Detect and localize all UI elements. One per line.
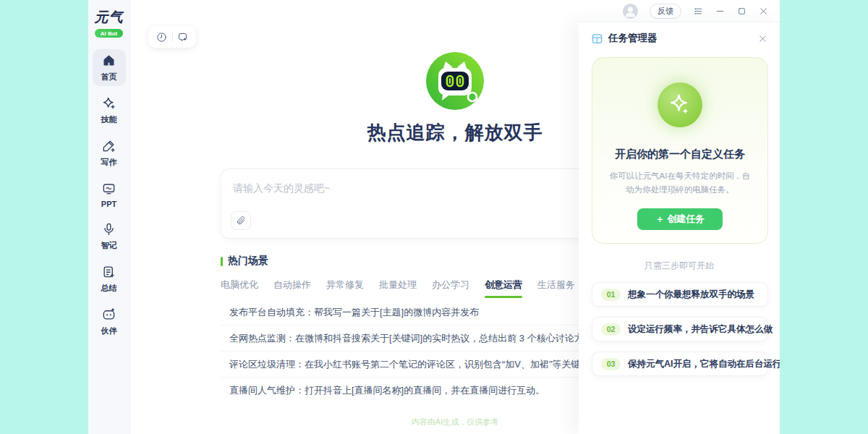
history-icon[interactable] xyxy=(152,29,172,45)
task-manager-icon xyxy=(592,33,603,44)
quick-actions-pill xyxy=(148,26,196,48)
task-card-description: 你可以让元气AI在每天特定的时间，自动为你处理琐碎的电脑任务。 xyxy=(592,169,767,197)
sidebar-item-buddy[interactable]: 伙伴 xyxy=(93,303,126,340)
step-item-1[interactable]: 01 想象一个你最想释放双手的场景 xyxy=(592,282,768,307)
tab-error-fix[interactable]: 异常修复 xyxy=(326,278,364,298)
sidebar-nav: 首页 技能 写作 PPT 智记 总结 xyxy=(93,49,126,340)
step-text: 保持元气AI开启，它将自动在后台运行 xyxy=(628,358,780,370)
sidebar-item-home[interactable]: 首页 xyxy=(93,49,126,86)
sidebar-item-summary[interactable]: 总结 xyxy=(93,260,126,297)
create-task-button[interactable]: ＋ 创建任务 xyxy=(637,208,723,230)
writing-icon xyxy=(102,139,116,156)
tab-auto-ops[interactable]: 自动操作 xyxy=(273,278,311,298)
task-card-title: 开启你的第一个自定义任务 xyxy=(615,148,745,161)
buddy-icon xyxy=(102,307,116,324)
avatar[interactable] xyxy=(623,4,638,19)
tab-batch[interactable]: 批量处理 xyxy=(379,278,417,298)
sidebar-item-label: 写作 xyxy=(101,157,117,168)
mascot-logo xyxy=(425,51,485,111)
task-manager-panel: 任务管理器 开启你的第一个自定义任务 你可以让元气AI在每天特定的时间，自动为你… xyxy=(579,22,780,434)
logo-badge: AI Bot xyxy=(95,29,124,38)
panel-close-icon[interactable] xyxy=(757,33,768,44)
sidebar-item-label: 伙伴 xyxy=(101,326,117,336)
section-accent-bar xyxy=(221,257,223,266)
menu-icon[interactable] xyxy=(693,6,703,16)
step-text: 设定运行频率，并告诉它具体怎么做 xyxy=(628,323,773,336)
home-icon xyxy=(102,54,116,70)
ppt-icon xyxy=(102,182,116,198)
summary-icon xyxy=(102,265,116,281)
feedback-button[interactable]: 反馈 xyxy=(650,4,681,19)
sidebar-item-notes[interactable]: 智记 xyxy=(93,218,126,255)
titlebar: 反馈 xyxy=(130,0,780,22)
tab-office-study[interactable]: 办公学习 xyxy=(432,278,469,298)
attach-icon xyxy=(236,216,246,226)
sidebar-item-label: 智记 xyxy=(101,240,117,251)
new-chat-icon[interactable] xyxy=(173,29,193,45)
skills-icon xyxy=(102,96,116,113)
step-number: 03 xyxy=(601,358,621,370)
sparkle-icon xyxy=(667,92,693,118)
sparkle-badge xyxy=(658,82,702,127)
sidebar-item-label: 首页 xyxy=(101,72,117,82)
tab-creative-ops[interactable]: 创意运营 xyxy=(485,278,522,298)
tab-pc-optimize[interactable]: 电脑优化 xyxy=(221,278,258,298)
task-panel-header: 任务管理器 xyxy=(579,22,780,54)
mic-icon xyxy=(102,222,116,239)
sidebar-item-ppt[interactable]: PPT xyxy=(93,177,126,212)
minimize-icon[interactable] xyxy=(715,6,725,16)
first-task-card: 开启你的第一个自定义任务 你可以让元气AI在每天特定的时间，自动为你处理琐碎的电… xyxy=(592,57,768,244)
step-item-3[interactable]: 03 保持元气AI开启，它将自动在后台运行 xyxy=(592,352,768,376)
sidebar-item-writing[interactable]: 写作 xyxy=(93,135,126,171)
sidebar-item-skills[interactable]: 技能 xyxy=(93,92,126,129)
steps-list: 01 想象一个你最想释放双手的场景 02 设定运行频率，并告诉它具体怎么做 03… xyxy=(592,282,768,376)
step-item-2[interactable]: 02 设定运行频率，并告诉它具体怎么做 xyxy=(592,317,768,341)
step-number: 02 xyxy=(601,323,621,336)
logo-text: 元气 xyxy=(95,8,124,27)
sidebar-item-label: 总结 xyxy=(101,283,117,294)
step-number: 01 xyxy=(601,289,621,301)
section-title: 热门场景 xyxy=(228,255,268,268)
task-panel-title: 任务管理器 xyxy=(608,32,757,45)
maximize-icon[interactable] xyxy=(736,6,746,16)
tab-life-service[interactable]: 生活服务 xyxy=(537,278,575,298)
steps-hint: 只需三步即可开始 xyxy=(579,260,780,272)
sidebar: 元气 AI Bot 首页 技能 写作 PPT 智记 xyxy=(88,0,130,434)
attach-button[interactable] xyxy=(231,211,251,230)
sidebar-item-label: 技能 xyxy=(101,114,117,125)
close-icon[interactable] xyxy=(758,6,768,16)
step-text: 想象一个你最想释放双手的场景 xyxy=(628,289,754,301)
sidebar-item-label: PPT xyxy=(101,200,116,208)
app-logo: 元气 AI Bot xyxy=(95,8,124,38)
app-window: 元气 AI Bot 首页 技能 写作 PPT 智记 xyxy=(88,0,780,434)
